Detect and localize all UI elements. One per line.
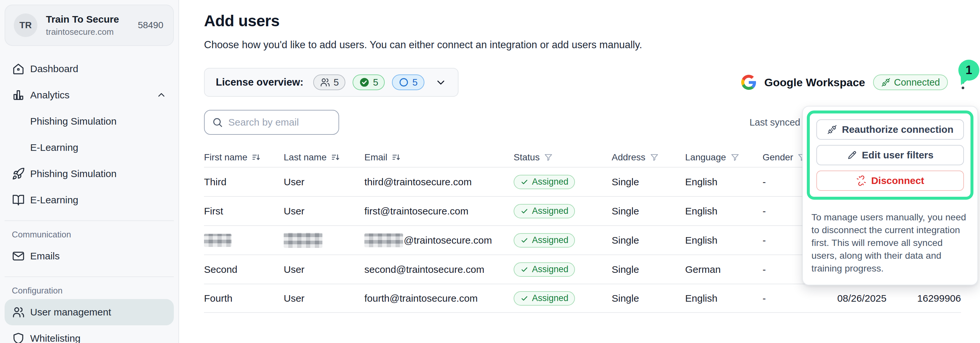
sidebar-item-label: Phishing Simulation bbox=[30, 168, 116, 179]
search-input[interactable] bbox=[228, 117, 331, 128]
page-subtitle: Choose how you'd like to add users. You … bbox=[204, 39, 967, 51]
license-overview-label: License overview: bbox=[216, 76, 303, 88]
sidebar-item-label: Whitelisting bbox=[30, 333, 80, 343]
bar-chart-icon bbox=[12, 89, 25, 102]
license-overview-bar: License overview: 5 5 5 bbox=[204, 68, 458, 97]
sidebar-item-label: Emails bbox=[30, 251, 60, 262]
sidebar-item-phishing-simulation[interactable]: Phishing Simulation bbox=[5, 161, 174, 187]
plug-icon bbox=[881, 78, 891, 87]
workspace-name: Train To Secure bbox=[46, 14, 129, 25]
status-badge: Assigned bbox=[514, 175, 575, 189]
redacted-first-name bbox=[204, 234, 232, 247]
annotation-step-badge: 1 bbox=[958, 60, 979, 81]
chevron-up-icon[interactable] bbox=[156, 90, 167, 100]
sort-icon[interactable] bbox=[391, 152, 401, 162]
check-icon bbox=[520, 294, 529, 303]
redacted-email-local bbox=[364, 233, 403, 247]
app-root: TR Train To Secure traintosecure.com 584… bbox=[0, 0, 980, 343]
circle-icon bbox=[398, 77, 409, 87]
filter-icon[interactable] bbox=[730, 152, 740, 162]
redacted-last-name bbox=[284, 233, 322, 248]
plug-icon bbox=[827, 124, 837, 135]
unlink-icon bbox=[856, 175, 867, 186]
sort-icon[interactable] bbox=[251, 152, 261, 162]
status-badge: Assigned bbox=[514, 204, 575, 218]
workspace-switcher[interactable]: TR Train To Secure traintosecure.com 584… bbox=[5, 5, 174, 46]
disconnect-note: To manage users manually, you need to di… bbox=[803, 204, 977, 285]
sidebar-item-emails[interactable]: Emails bbox=[5, 243, 174, 269]
check-circle-icon bbox=[359, 77, 370, 87]
sidebar-item-label: E-Learning bbox=[30, 142, 78, 153]
sidebar-item-dashboard[interactable]: Dashboard bbox=[5, 56, 174, 82]
google-logo-icon bbox=[741, 75, 756, 90]
home-icon bbox=[12, 62, 25, 75]
sidebar-item-elearning[interactable]: E-Learning bbox=[5, 187, 174, 213]
disconnect-button[interactable]: Disconnect bbox=[816, 170, 964, 191]
sidebar: TR Train To Secure traintosecure.com 584… bbox=[0, 0, 179, 343]
shield-icon bbox=[12, 332, 25, 343]
sidebar-item-phishing-simulation-sub[interactable]: Phishing Simulation bbox=[5, 108, 174, 135]
integration-name: Google Workspace bbox=[764, 76, 865, 89]
reauthorize-connection-button[interactable]: Reauthorize connection bbox=[816, 119, 964, 140]
col-language[interactable]: Language bbox=[685, 152, 762, 163]
check-icon bbox=[520, 265, 529, 274]
last-synced-label: Last synced bbox=[749, 117, 800, 128]
connected-badge: Connected bbox=[873, 75, 948, 90]
users-icon bbox=[320, 77, 330, 87]
page-title: Add users bbox=[204, 12, 967, 30]
edit-user-filters-button[interactable]: Edit user filters bbox=[816, 145, 964, 165]
check-icon bbox=[520, 236, 529, 245]
filter-icon[interactable] bbox=[544, 152, 553, 162]
license-pill-available: 5 bbox=[392, 75, 424, 90]
sort-icon[interactable] bbox=[331, 152, 340, 162]
sidebar-item-label: Dashboard bbox=[30, 63, 78, 75]
sidebar-section-communication: Communication bbox=[12, 230, 178, 240]
sidebar-item-label: E-Learning bbox=[30, 194, 78, 206]
workspace-domain: traintosecure.com bbox=[46, 27, 129, 37]
sidebar-item-elearning-sub[interactable]: E-Learning bbox=[5, 135, 174, 161]
status-badge: Assigned bbox=[514, 233, 575, 248]
chevron-down-icon bbox=[435, 76, 447, 88]
check-icon bbox=[520, 207, 529, 216]
license-expand-button[interactable] bbox=[435, 76, 447, 88]
integration-header: Google Workspace Connected bbox=[741, 72, 967, 92]
sidebar-item-analytics[interactable]: Analytics bbox=[5, 82, 174, 108]
sidebar-item-user-management[interactable]: User management bbox=[5, 299, 174, 325]
workspace-count: 58490 bbox=[138, 20, 163, 30]
license-pill-assigned: 5 bbox=[353, 75, 385, 90]
search-icon bbox=[212, 117, 223, 128]
sidebar-divider bbox=[5, 220, 174, 221]
sidebar-item-label: Phishing Simulation bbox=[30, 116, 116, 127]
sidebar-item-whitelisting[interactable]: Whitelisting bbox=[5, 325, 174, 343]
search-box[interactable] bbox=[204, 110, 339, 135]
rocket-icon bbox=[12, 167, 25, 180]
sidebar-divider bbox=[5, 276, 174, 277]
status-badge: Assigned bbox=[514, 291, 575, 306]
col-status[interactable]: Status bbox=[514, 152, 612, 163]
check-icon bbox=[520, 178, 529, 186]
mail-icon bbox=[12, 249, 25, 263]
workspace-avatar: TR bbox=[14, 13, 37, 37]
sidebar-item-label: Analytics bbox=[30, 89, 70, 101]
col-first-name[interactable]: First name bbox=[204, 152, 284, 163]
book-icon bbox=[12, 194, 25, 206]
users-icon bbox=[12, 306, 25, 319]
table-row[interactable]: Fourth User fourth@traintosecure.com Ass… bbox=[204, 284, 961, 313]
col-email[interactable]: Email bbox=[364, 152, 514, 163]
sidebar-section-configuration: Configuration bbox=[12, 286, 178, 296]
status-badge: Assigned bbox=[514, 262, 575, 277]
filter-icon[interactable] bbox=[649, 152, 659, 162]
license-pill-total: 5 bbox=[313, 75, 345, 90]
col-last-name[interactable]: Last name bbox=[284, 152, 364, 163]
pencil-icon bbox=[847, 150, 858, 160]
annotation-highlight-box: Reauthorize connection Edit user filters… bbox=[807, 111, 974, 200]
col-address[interactable]: Address bbox=[612, 152, 685, 163]
sidebar-item-label: User management bbox=[30, 306, 111, 318]
integration-dropdown-menu: Reauthorize connection Edit user filters… bbox=[802, 106, 978, 285]
sidebar-nav: Dashboard Analytics Phishing Simulation … bbox=[0, 56, 178, 343]
